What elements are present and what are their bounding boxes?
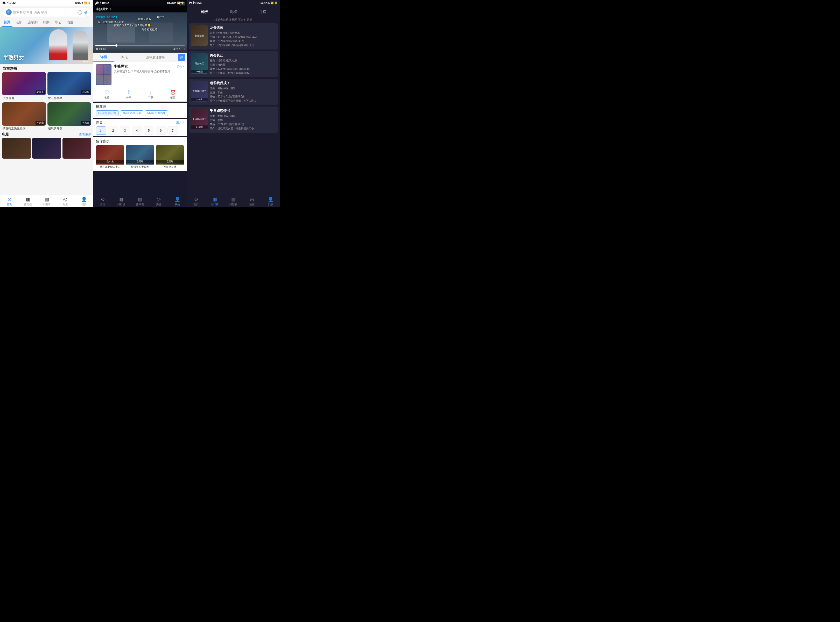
video-controls: ⏸ 09:13 46:12 ⛶ (93, 44, 187, 53)
rank-item-1[interactable]: 龙骨遗家 龙骨遗家 分类：动作,惊悚,冒险,电影 主演：安一鑫,毛娜,王奎,段莺… (189, 23, 278, 49)
drama-card-2[interactable]: 全30集 (47, 72, 91, 95)
drama-card-4[interactable]: 26集全 (47, 102, 91, 126)
rank-tab-monthly[interactable]: 月榜 (248, 8, 277, 16)
recommend-section: 猜你喜欢 全23集 我在东北做白事... 已完结 偷得将军半日闲 已完结 万春逗… (93, 137, 187, 171)
drama-desc: 该剧讲述了当下年轻人在寻爱寻己的都市生活... (113, 69, 184, 73)
scan-icon[interactable]: ⊕ (84, 10, 87, 15)
progress-bar[interactable] (95, 45, 185, 46)
center-panel: 晚上10:32 81.7K/s 📶 🔋 ‹ 半熟男女-1 TV 何知南雀斑妆造教… (93, 0, 187, 207)
danmu-send-btn[interactable]: 点我发送弹幕 (135, 53, 176, 62)
tab-detail[interactable]: 详情 (93, 53, 114, 62)
source-tag-3[interactable]: NNI蓝光·共27集 (145, 110, 168, 116)
right-profile-icon: 👤 (268, 197, 273, 202)
drama-thumbnail[interactable] (96, 64, 111, 85)
left-nav-home[interactable]: ⊙ 首页 (0, 197, 19, 206)
hero-figure-left (49, 29, 67, 60)
episode-btn-6[interactable]: 6 (156, 127, 166, 135)
rank-item-3[interactable]: 道爷我我成了 全70集 道爷我我成了 分类：男频,神医,短剧 主演：李佑 其他：… (189, 79, 278, 105)
rank-name-1: 龙骨遗家 (210, 25, 276, 30)
right-nav-schedule[interactable]: ▤ 排期表 (224, 197, 243, 206)
right-hot-icon: ◎ (250, 197, 254, 202)
drama-intro-link[interactable]: 简介 › (177, 65, 184, 69)
episode-title: 选集 (96, 120, 103, 125)
drama-card-1[interactable]: 40集全 (2, 72, 46, 95)
collect-button[interactable]: ♡ 收藏 (104, 89, 109, 99)
tab-anime[interactable]: 动漫 (64, 18, 75, 27)
episode-btn-2[interactable]: 2 (108, 127, 118, 135)
rank-item-2[interactable]: 再会长江 HD国语 再会长江 分类：纪录片,纪录,电影 主演：竹内亮 其他：20… (189, 51, 278, 77)
movie-card-3[interactable] (63, 138, 91, 159)
tab-comment[interactable]: 评论 (114, 53, 135, 62)
left-nav-schedule[interactable]: ▤ 排期表 (37, 197, 56, 206)
movie-card-1[interactable] (2, 138, 31, 159)
movie-card-2[interactable] (32, 138, 61, 159)
left-panel: 晚上10:32 100K/s 📶 🔋 🔍 搜索名称 简介 演员 导演 🕐 ⊕ 首… (0, 0, 93, 207)
more-link[interactable]: 查看更多 (79, 133, 91, 137)
drama-title-4: 迎风的青春 (47, 126, 91, 131)
center-nav-home[interactable]: ⊙ 首页 (93, 197, 112, 206)
center-nav-hot[interactable]: ◎ 热度 (149, 197, 168, 206)
center-nav-profile[interactable]: 👤 我的 (168, 197, 187, 206)
drama-badge-4: 26集全 (81, 121, 90, 125)
episode-expand[interactable]: 展开 › (176, 120, 184, 125)
pause-button[interactable]: ⏸ (95, 47, 99, 51)
right-nav-rank[interactable]: ▦ 排行榜 (205, 197, 224, 206)
episode-header: 选集 展开 › (96, 120, 184, 125)
back-button[interactable]: ‹ (95, 2, 96, 6)
rec-card-2[interactable]: 已完结 偷得将军半日闲 (126, 145, 154, 169)
rec-card-3[interactable]: 已完结 万春逗笑社 (156, 145, 184, 169)
right-nav-home[interactable]: ⊙ 首页 (187, 197, 205, 206)
source-tag-2[interactable]: XMI蓝光·共27集 (120, 110, 144, 116)
list-item[interactable]: 40集全 流水迢迢 (2, 72, 46, 101)
episode-btn-4[interactable]: 4 (132, 127, 142, 135)
rank-list: 龙骨遗家 龙骨遗家 分类：动作,惊悚,冒险,电影 主演：安一鑫,毛娜,王奎,段莺… (187, 23, 280, 195)
episode-btn-5[interactable]: 5 (144, 127, 154, 135)
center-content-scroll: 半熟男女 简介 › 该剧讲述了当下年轻人在寻爱寻己的都市生活... ♡ 收藏 ⇧… (93, 62, 187, 195)
tab-series[interactable]: 连续剧 (25, 18, 40, 27)
list-item[interactable]: 24集全 镇魂街之热血再燃 (2, 102, 46, 131)
rank-meta-1: 分类：动作,惊悚,冒险,电影 主演：安一鑫,毛娜,王奎,段莺震,韩东,葛四 其他… (210, 31, 276, 47)
tab-movie[interactable]: 电影 (14, 18, 24, 27)
left-nav-rank[interactable]: ▦ 排行榜 (19, 197, 37, 206)
tab-variety[interactable]: 综艺 (53, 18, 64, 27)
drama-grid: 40集全 流水迢迢 全30集 舍不得星星 24集全 镇魂街之热血再燃 26集全 (0, 72, 93, 131)
download-button[interactable]: ↓ 下载 (148, 89, 153, 99)
center-nav-rank[interactable]: ▦ 排行榜 (112, 197, 131, 206)
right-nav-hot[interactable]: ◎ 热度 (243, 197, 261, 206)
left-nav-hot[interactable]: ◎ 热度 (56, 197, 75, 206)
rank-tab-weekly[interactable]: 周榜 (218, 8, 248, 16)
list-item[interactable]: 26集全 迎风的青春 (47, 102, 91, 131)
tv-button[interactable]: TV (179, 2, 185, 5)
drama-card-3[interactable]: 24集全 (2, 102, 46, 126)
center-nav-schedule[interactable]: ▤ 排期表 (131, 197, 149, 206)
tab-korean[interactable]: 韩剧 (41, 18, 52, 27)
share-icon: ⇧ (127, 89, 131, 95)
source-tags: GJI蓝光·共27集 XMI蓝光·共27集 NNI蓝光·共27集 (96, 110, 184, 116)
list-item[interactable]: 全30集 舍不得星星 (47, 72, 91, 101)
history-icon[interactable]: 🕐 (77, 10, 82, 15)
progress-fill (95, 45, 115, 46)
tab-home[interactable]: 首页 (2, 18, 12, 27)
fullscreen-button[interactable]: ⛶ (182, 48, 185, 50)
rank-item-4[interactable]: 千日虐恋情书 全100集 千日虐恋情书 分类：女频,虐恋,短剧 主演：墨锦 其他… (189, 107, 278, 133)
hero-dot-2 (86, 61, 88, 62)
center-time: 晚上10:32 (96, 1, 109, 5)
hero-dot-1 (84, 61, 85, 62)
remind-button[interactable]: ⏰ 催更 (170, 89, 176, 99)
center-profile-icon: 👤 (174, 197, 180, 202)
episode-btn-3[interactable]: 3 (120, 127, 130, 135)
download-icon: ↓ (150, 89, 152, 95)
rec-card-1[interactable]: 全23集 我在东北做白事... (96, 145, 124, 169)
episode-btn-1[interactable]: 1··· (96, 127, 106, 135)
share-button[interactable]: ⇧ 分享 (126, 89, 131, 99)
video-player[interactable]: 何知南雀斑妆造教程 呢，就是懂的漂亮女主 普凌资本？二十不惑？哈哈哈😊 脸瘦了很… (93, 12, 187, 53)
danmu-icon-button[interactable]: 弹 (178, 53, 185, 61)
search-bar[interactable]: 🔍 搜索名称 简介 演员 导演 🕐 ⊕ (3, 8, 91, 17)
left-nav-profile[interactable]: 👤 我的 (75, 197, 93, 206)
episode-btn-7[interactable]: 7 (168, 127, 178, 135)
hero-banner[interactable]: 半熟男女 (0, 27, 93, 64)
rank-tab-daily[interactable]: 日榜 (189, 8, 218, 16)
source-tag-1[interactable]: GJI蓝光·共27集 (96, 110, 119, 116)
right-nav-profile[interactable]: 👤 我的 (261, 197, 280, 206)
center-home-icon: ⊙ (101, 197, 105, 202)
